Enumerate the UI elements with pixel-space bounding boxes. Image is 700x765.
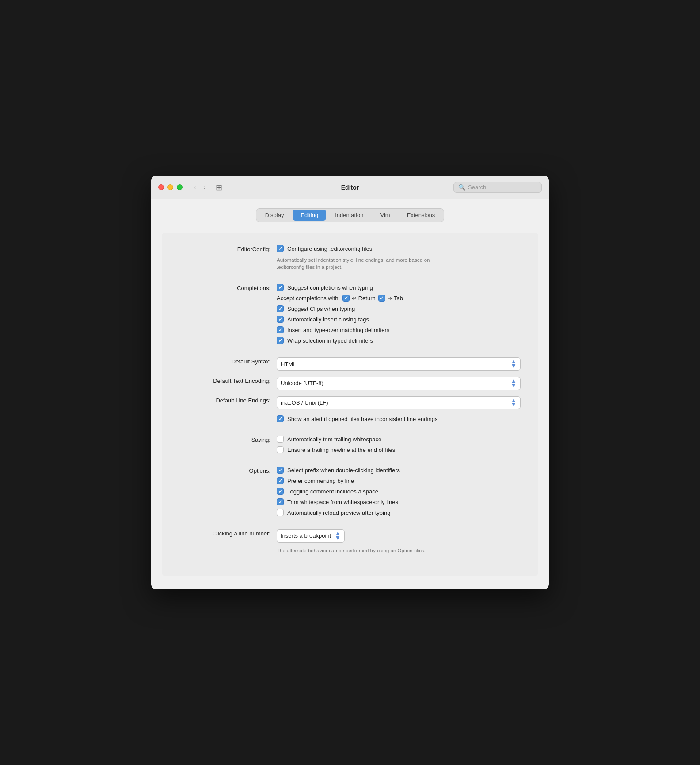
- wrap-selection-row: Wrap selection in typed delimiters: [277, 337, 521, 344]
- default-syntax-value: HTML: [281, 361, 296, 367]
- prefer-commenting-checkbox[interactable]: [277, 477, 284, 484]
- trim-whitespace-options-row: Trim whitespace from whitespace-only lin…: [277, 498, 521, 505]
- completions-controls: Suggest completions when typing Accept c…: [277, 284, 521, 344]
- default-encoding-value: Unicode (UTF-8): [281, 380, 323, 386]
- options-label: Options:: [179, 467, 277, 474]
- return-checkbox-group: ↩ Return: [342, 295, 376, 302]
- default-line-endings-dropdown[interactable]: macOS / Unix (LF) ▲▼: [277, 396, 521, 409]
- wrap-selection-checkbox[interactable]: [277, 337, 284, 344]
- tab-extensions[interactable]: Extensions: [399, 210, 443, 221]
- prefer-commenting-row: Prefer commenting by line: [277, 477, 521, 484]
- dropdown-arrows-line-icon: ▲▼: [335, 532, 341, 540]
- tab-editing[interactable]: Editing: [293, 210, 326, 221]
- tab-bar: Display Editing Indentation Vim Extensio…: [256, 208, 444, 222]
- suggest-completions-row: Suggest completions when typing: [277, 284, 521, 291]
- configure-editorconfig-row: Configure using .editorconfig files: [277, 245, 521, 252]
- saving-label: Saving:: [179, 436, 277, 443]
- trim-trailing-checkbox[interactable]: [277, 436, 284, 443]
- grid-icon[interactable]: ⊞: [216, 183, 222, 192]
- trailing-newline-row: Ensure a trailing newline at the end of …: [277, 446, 521, 453]
- type-over-label: Insert and type-over matching delimiters: [287, 327, 389, 333]
- accept-completions-label: Accept completions with:: [277, 295, 340, 302]
- maximize-button[interactable]: [177, 184, 183, 190]
- search-box: 🔍: [453, 182, 542, 193]
- dropdown-arrows-icon: ▲▼: [510, 360, 517, 368]
- suggest-clips-checkbox[interactable]: [277, 305, 284, 312]
- options-row: Options: Select prefix when double-click…: [179, 467, 521, 516]
- auto-reload-checkbox[interactable]: [277, 509, 284, 516]
- content-area: Display Editing Indentation Vim Extensio…: [151, 199, 549, 589]
- search-icon: 🔍: [458, 184, 465, 191]
- traffic-lights: [158, 184, 183, 190]
- tab-indentation[interactable]: Indentation: [327, 210, 371, 221]
- inconsistent-endings-row: Show an alert if opened files have incon…: [179, 415, 521, 422]
- default-line-endings-value: macOS / Unix (LF): [281, 399, 328, 406]
- trim-trailing-row: Automatically trim trailing whitespace: [277, 436, 521, 443]
- trim-whitespace-options-checkbox[interactable]: [277, 498, 284, 505]
- tab-display[interactable]: Display: [257, 210, 292, 221]
- search-input[interactable]: [468, 184, 537, 191]
- suggest-completions-label: Suggest completions when typing: [287, 284, 373, 291]
- saving-controls: Automatically trim trailing whitespace E…: [277, 436, 521, 453]
- toggling-comment-label: Toggling comment includes a space: [287, 488, 378, 495]
- titlebar: ‹ › ⊞ Editor 🔍: [151, 176, 549, 199]
- auto-reload-label: Automatically reload preview after typin…: [287, 509, 390, 516]
- accept-completions-row: Accept completions with: ↩ Return ⇥ Tab: [277, 295, 521, 302]
- line-number-dropdown[interactable]: Inserts a breakpoint ▲▼: [277, 529, 345, 543]
- tab-checkbox-group: ⇥ Tab: [378, 295, 403, 302]
- line-number-controls: Inserts a breakpoint ▲▼ The alternate be…: [277, 529, 521, 554]
- tab-checkbox[interactable]: [378, 295, 385, 302]
- toggling-comment-checkbox[interactable]: [277, 488, 284, 495]
- trailing-newline-checkbox[interactable]: [277, 446, 284, 453]
- completions-row: Completions: Suggest completions when ty…: [179, 284, 521, 344]
- tab-vim[interactable]: Vim: [372, 210, 398, 221]
- toggling-comment-row: Toggling comment includes a space: [277, 488, 521, 495]
- editor-config-hint: Automatically set indentation style, lin…: [277, 256, 445, 271]
- suggest-completions-checkbox[interactable]: [277, 284, 284, 291]
- forward-button[interactable]: ›: [201, 183, 208, 192]
- default-line-endings-controls: macOS / Unix (LF) ▲▼: [277, 396, 521, 409]
- select-prefix-row: Select prefix when double-clicking ident…: [277, 467, 521, 474]
- back-button[interactable]: ‹: [191, 183, 199, 192]
- auto-reload-row: Automatically reload preview after typin…: [277, 509, 521, 516]
- line-number-row: Clicking a line number: Inserts a breakp…: [179, 529, 521, 554]
- dropdown-arrows-encoding-icon: ▲▼: [510, 379, 517, 388]
- prefer-commenting-label: Prefer commenting by line: [287, 478, 354, 484]
- close-button[interactable]: [158, 184, 164, 190]
- default-syntax-label: Default Syntax:: [179, 357, 277, 365]
- return-label: ↩ Return: [352, 295, 376, 302]
- inconsistent-endings-spacer: [179, 415, 277, 416]
- trailing-newline-label: Ensure a trailing newline at the end of …: [287, 447, 395, 453]
- minimize-button[interactable]: [167, 184, 173, 190]
- type-over-row: Insert and type-over matching delimiters: [277, 326, 521, 333]
- trim-trailing-label: Automatically trim trailing whitespace: [287, 436, 381, 443]
- configure-editorconfig-checkbox[interactable]: [277, 245, 284, 252]
- window-title: Editor: [341, 184, 359, 191]
- tab-bar-container: Display Editing Indentation Vim Extensio…: [162, 208, 538, 222]
- options-controls: Select prefix when double-clicking ident…: [277, 467, 521, 516]
- line-number-label: Clicking a line number:: [179, 529, 277, 537]
- auto-close-tags-checkbox[interactable]: [277, 316, 284, 323]
- auto-close-tags-row: Automatically insert closing tags: [277, 316, 521, 323]
- default-line-endings-label: Default Line Endings:: [179, 396, 277, 404]
- select-prefix-checkbox[interactable]: [277, 467, 284, 474]
- settings-panel: EditorConfig: Configure using .editorcon…: [162, 233, 538, 576]
- editor-config-controls: Configure using .editorconfig files Auto…: [277, 245, 521, 271]
- default-syntax-dropdown[interactable]: HTML ▲▼: [277, 357, 521, 371]
- saving-row: Saving: Automatically trim trailing whit…: [179, 436, 521, 453]
- completions-label: Completions:: [179, 284, 277, 291]
- inconsistent-endings-checkbox[interactable]: [277, 415, 284, 422]
- trim-whitespace-options-label: Trim whitespace from whitespace-only lin…: [287, 499, 398, 505]
- suggest-clips-row: Suggest Clips when typing: [277, 305, 521, 312]
- line-number-hint: The alternate behavior can be performed …: [277, 547, 445, 554]
- return-checkbox[interactable]: [342, 295, 350, 302]
- wrap-selection-label: Wrap selection in typed delimiters: [287, 337, 373, 344]
- default-syntax-row: Default Syntax: HTML ▲▼: [179, 357, 521, 371]
- inconsistent-endings-checkbox-row: Show an alert if opened files have incon…: [277, 415, 521, 422]
- configure-editorconfig-label: Configure using .editorconfig files: [287, 245, 372, 252]
- default-encoding-dropdown[interactable]: Unicode (UTF-8) ▲▼: [277, 377, 521, 390]
- default-line-endings-row: Default Line Endings: macOS / Unix (LF) …: [179, 396, 521, 409]
- nav-buttons: ‹ ›: [191, 183, 209, 192]
- type-over-checkbox[interactable]: [277, 326, 284, 333]
- default-encoding-controls: Unicode (UTF-8) ▲▼: [277, 377, 521, 390]
